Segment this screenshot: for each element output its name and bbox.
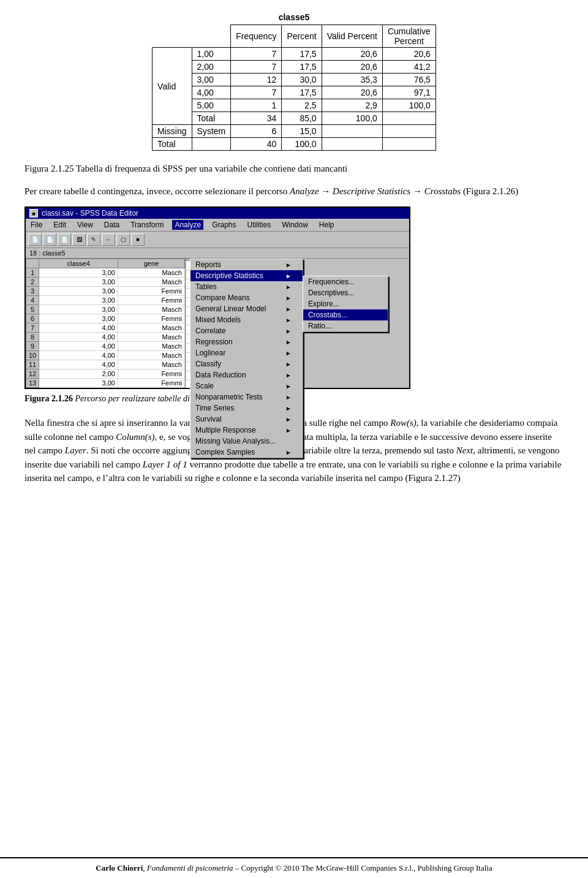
menu-arrow-complex-samples: ► xyxy=(285,449,292,456)
menu-item-missing-value-label: Missing Value Analysis... xyxy=(195,437,276,445)
table-row: 114,00Masch xyxy=(26,360,185,369)
menu-arrow-classify: ► xyxy=(285,361,292,368)
table-section: classe5 Frequency Percent Valid Percent … xyxy=(24,12,564,151)
menu-window[interactable]: Window xyxy=(279,220,311,230)
spss-menubar[interactable]: File Edit View Data Transform Analyze Gr… xyxy=(26,219,409,232)
table-row: Missing System 615,0 xyxy=(153,125,436,138)
menu-item-missing-value[interactable]: Missing Value Analysis... xyxy=(190,436,303,447)
submenu-item-ratio[interactable]: Ratio... xyxy=(303,320,388,331)
menu-arrow-reports: ► xyxy=(285,262,292,268)
menu-arrow-correlate: ► xyxy=(285,328,292,335)
menu-item-classify-label: Classify xyxy=(195,360,221,368)
footer-author: Carlo Chiorri xyxy=(96,863,143,872)
toolbar-btn-3[interactable]: 📄 xyxy=(58,233,71,246)
data-grid: classe4 gene 13,00Masch 23,00Masch 33,00… xyxy=(26,259,185,388)
menu-graphs[interactable]: Graphs xyxy=(209,220,238,230)
toolbar-btn-6[interactable]: ← xyxy=(102,233,115,246)
footer-copyright: Copyright © 2010 The McGraw-Hill Compani… xyxy=(241,863,492,872)
menu-item-tables-label: Tables xyxy=(195,282,217,291)
spss-titlebar: ■ classi.sav - SPSS Data Editor xyxy=(26,208,409,219)
menu-item-reports[interactable]: Reports ► xyxy=(190,259,303,270)
menu-arrow-loglinear: ► xyxy=(285,350,292,357)
submenu-item-crosstabs[interactable]: Crosstabs... xyxy=(303,309,388,320)
menu-item-glm-label: General Linear Model xyxy=(195,305,266,313)
menu-file[interactable]: File xyxy=(28,220,45,230)
toolbar-btn-7[interactable]: ▢ xyxy=(116,233,130,246)
submenu-item-explore[interactable]: Explore... xyxy=(303,298,388,309)
menu-item-mixed-models-label: Mixed Models xyxy=(195,316,241,324)
menu-item-loglinear[interactable]: Loglinear ► xyxy=(190,347,303,358)
table-row: 43,00Femmi xyxy=(26,296,185,305)
menu-item-compare-means-label: Compare Means xyxy=(195,293,250,302)
menu-utilities[interactable]: Utilities xyxy=(244,220,273,230)
menu-item-compare-means[interactable]: Compare Means ► xyxy=(190,292,303,303)
menu-item-mixed-models[interactable]: Mixed Models ► xyxy=(190,314,303,325)
menu-data[interactable]: Data xyxy=(102,220,122,230)
table-row: 53,00Masch xyxy=(26,305,185,314)
menu-item-time-series-label: Time Series xyxy=(195,404,235,412)
menu-item-correlate[interactable]: Correlate ► xyxy=(190,325,303,336)
page-footer: Carlo Chiorri, Fondamenti di psicometria… xyxy=(0,857,588,878)
col-header-cumulative-percent: CumulativePercent xyxy=(382,25,435,48)
table-row: 4,00 717,520,697,1 xyxy=(153,86,436,99)
menu-item-time-series[interactable]: Time Series ► xyxy=(190,403,303,414)
desc-stats-submenu[interactable]: Frequencies... Descriptives... Explore..… xyxy=(303,276,388,332)
submenu-item-frequencies[interactable]: Frequencies... xyxy=(303,276,388,287)
toolbar-btn-4[interactable]: 🖼 xyxy=(72,233,86,246)
table-row: 74,00Masch xyxy=(26,324,185,333)
table-row: 23,00Masch xyxy=(26,278,185,287)
menu-item-multiple-response[interactable]: Multiple Response ► xyxy=(190,425,303,436)
menu-view[interactable]: View xyxy=(75,220,96,230)
analyze-menu[interactable]: Reports ► Descriptive Statistics ► Table… xyxy=(190,259,303,458)
menu-arrow-time-series: ► xyxy=(285,405,292,412)
menu-arrow-multiple-response: ► xyxy=(285,427,292,434)
spss-content-area: classe4 gene 13,00Masch 23,00Masch 33,00… xyxy=(26,259,409,388)
menu-arrow-compare-means: ► xyxy=(285,295,292,301)
toolbar-btn-1[interactable]: 📄 xyxy=(28,233,42,246)
table-row: 2,00 717,520,641,2 xyxy=(153,61,436,74)
menu-item-reports-label: Reports xyxy=(195,260,221,269)
submenu-item-explore-label: Explore... xyxy=(308,300,339,308)
grid-col-gene: gene xyxy=(118,259,184,268)
menu-item-regression[interactable]: Regression ► xyxy=(190,336,303,347)
menu-transform[interactable]: Transform xyxy=(128,220,166,230)
grid-col-rownum xyxy=(26,259,39,268)
table-row: 133,00Femmi xyxy=(26,379,185,388)
grid-col-classe4: classe4 xyxy=(39,259,118,268)
menu-arrow-glm: ► xyxy=(285,306,292,312)
menu-arrow-mixed: ► xyxy=(285,317,292,324)
menu-arrow-data-reduction: ► xyxy=(285,372,292,379)
submenu-item-descriptives[interactable]: Descriptives... xyxy=(303,287,388,298)
paragraph-1: Per creare tabelle d contingenza, invece… xyxy=(24,184,564,199)
row-indicator-label: 18 : classe5 xyxy=(29,249,66,257)
menu-item-glm[interactable]: General Linear Model ► xyxy=(190,303,303,314)
menu-item-survival[interactable]: Survival ► xyxy=(190,414,303,425)
menu-item-complex-samples[interactable]: Complex Samples ► xyxy=(190,447,303,458)
menu-item-nonparametric[interactable]: Nonparametric Tests ► xyxy=(190,392,303,403)
menu-item-classify[interactable]: Classify ► xyxy=(190,358,303,369)
menu-help[interactable]: Help xyxy=(317,220,337,230)
toolbar-btn-5[interactable]: ✎ xyxy=(87,233,100,246)
menu-item-scale-label: Scale xyxy=(195,382,214,390)
toolbar-btn-2[interactable]: 📄 xyxy=(43,233,56,246)
toolbar-btn-8[interactable]: ■ xyxy=(131,233,145,246)
menu-item-data-reduction[interactable]: Data Reduction ► xyxy=(190,369,303,380)
page-content: classe5 Frequency Percent Valid Percent … xyxy=(0,0,588,531)
menu-arrow-tables: ► xyxy=(285,284,292,290)
submenu-item-frequencies-label: Frequencies... xyxy=(308,278,355,286)
figure-label-1: Figura 2.1.25 Tabella di frequenza di SP… xyxy=(24,162,564,176)
submenu-item-ratio-label: Ratio... xyxy=(308,322,331,330)
menu-arrow-regression: ► xyxy=(285,339,292,346)
col-header-percent: Percent xyxy=(282,25,322,48)
table-row: 3,00 1230,035,376,5 xyxy=(153,74,436,86)
window-title: classi.sav - SPSS Data Editor xyxy=(42,209,138,218)
col-header-valid-percent: Valid Percent xyxy=(322,25,382,48)
footer-book-title: Fondamenti di psicometria xyxy=(147,863,233,872)
menu-item-desc-stats[interactable]: Descriptive Statistics ► xyxy=(190,270,303,281)
row-indicator: 18 : classe5 xyxy=(26,248,409,259)
menu-analyze[interactable]: Analyze xyxy=(172,220,203,230)
menu-item-scale[interactable]: Scale ► xyxy=(190,380,303,392)
table-row: Valid 1,00 717,520,620,6 xyxy=(153,48,436,61)
menu-edit[interactable]: Edit xyxy=(51,220,69,230)
menu-item-tables[interactable]: Tables ► xyxy=(190,281,303,292)
